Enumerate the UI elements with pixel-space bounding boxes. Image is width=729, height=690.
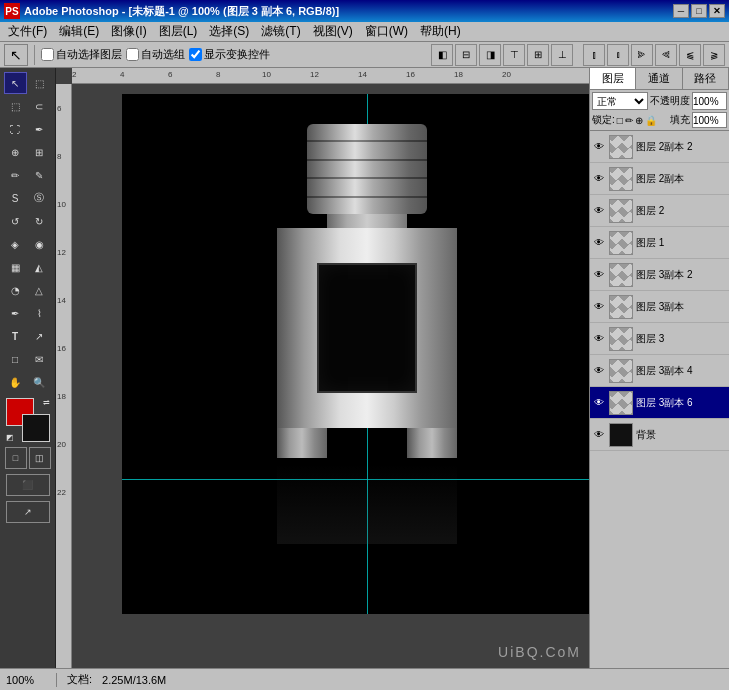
eye-icon[interactable]: 👁: [592, 140, 606, 154]
auto-select-group-option[interactable]: 自动选组: [126, 47, 185, 62]
auto-select-group-checkbox[interactable]: [126, 48, 139, 61]
tool-row-move: ↖ ⬚: [4, 72, 52, 94]
eye-icon[interactable]: 👁: [592, 204, 606, 218]
menu-filter[interactable]: 滤镜(T): [255, 21, 306, 42]
lock-move-icon[interactable]: ⊕: [635, 115, 643, 126]
tab-channels[interactable]: 通道: [636, 68, 682, 89]
tab-layers[interactable]: 图层: [590, 68, 636, 89]
crop-tool[interactable]: ⛶: [4, 118, 27, 140]
minimize-button[interactable]: ─: [673, 4, 689, 18]
status-bar: 100% 文档: 2.25M/13.6M: [0, 668, 729, 690]
distribute-6-icon[interactable]: ⫺: [703, 44, 725, 66]
lock-all-icon[interactable]: 🔒: [645, 115, 657, 126]
distribute-3-icon[interactable]: ⫸: [631, 44, 653, 66]
pencil-tool[interactable]: ✎: [28, 164, 51, 186]
eye-icon[interactable]: 👁: [592, 172, 606, 186]
fill-input[interactable]: [692, 112, 727, 128]
distribute-4-icon[interactable]: ⫷: [655, 44, 677, 66]
auto-select-layer-option[interactable]: 自动选择图层: [41, 47, 122, 62]
menu-file[interactable]: 文件(F): [2, 21, 53, 42]
list-item[interactable]: 👁 图层 3: [590, 323, 729, 355]
menu-select[interactable]: 选择(S): [203, 21, 255, 42]
menu-view[interactable]: 视图(V): [307, 21, 359, 42]
history-brush[interactable]: ↺: [4, 210, 27, 232]
freeform-pen[interactable]: ⌇: [28, 302, 51, 324]
distribute-5-icon[interactable]: ⫹: [679, 44, 701, 66]
pen-tool[interactable]: ✒: [4, 302, 27, 324]
tool-row-history: ↺ ↻: [4, 210, 52, 232]
notes-tool[interactable]: ✉: [28, 348, 51, 370]
eyedropper-tool[interactable]: ✒: [28, 118, 51, 140]
align-right-icon[interactable]: ◨: [479, 44, 501, 66]
menu-edit[interactable]: 编辑(E): [53, 21, 105, 42]
list-item[interactable]: 👁 图层 3副本 2: [590, 259, 729, 291]
type-tool[interactable]: T: [4, 325, 27, 347]
swap-colors-icon[interactable]: ⇌: [43, 398, 50, 407]
blend-mode-select[interactable]: 正常: [592, 92, 648, 110]
zoom-tool[interactable]: 🔍: [28, 371, 51, 393]
lasso-tool[interactable]: ⊂: [28, 95, 51, 117]
eye-icon[interactable]: 👁: [592, 364, 606, 378]
show-transform-option[interactable]: 显示变换控件: [189, 47, 270, 62]
canvas-area[interactable]: 2 4 6 8 10 12 14 16 18 20 6 8 10 12 14 1…: [56, 68, 589, 668]
tab-paths[interactable]: 路径: [683, 68, 729, 89]
eye-icon[interactable]: 👁: [592, 428, 606, 442]
eye-icon[interactable]: 👁: [592, 396, 606, 410]
pattern-stamp[interactable]: Ⓢ: [28, 187, 51, 209]
align-center-icon[interactable]: ⊟: [455, 44, 477, 66]
eye-icon[interactable]: 👁: [592, 332, 606, 346]
lock-paint-icon[interactable]: ✏: [625, 115, 633, 126]
move-tool[interactable]: ↖: [4, 72, 27, 94]
eraser-tool[interactable]: ◈: [4, 233, 27, 255]
distribute-2-icon[interactable]: ⫾: [607, 44, 629, 66]
move-tool-button[interactable]: ↖: [4, 44, 28, 66]
list-item-active[interactable]: 👁 图层 3副本 6: [590, 387, 729, 419]
list-item[interactable]: 👁 图层 1: [590, 227, 729, 259]
list-item-background[interactable]: 👁 背景: [590, 419, 729, 451]
list-item[interactable]: 👁 图层 2: [590, 195, 729, 227]
healing-tool[interactable]: ⊕: [4, 141, 27, 163]
hand-tool[interactable]: ✋: [4, 371, 27, 393]
blur-tool[interactable]: ◔: [4, 279, 27, 301]
align-middle-icon[interactable]: ⊞: [527, 44, 549, 66]
opacity-input[interactable]: [692, 92, 727, 110]
lock-transparent-icon[interactable]: □: [617, 115, 623, 126]
standard-mode[interactable]: □: [5, 447, 27, 469]
artboard-tool[interactable]: ⬚: [28, 72, 51, 94]
reset-colors-icon[interactable]: ◩: [6, 433, 14, 442]
screen-mode[interactable]: ⬛: [6, 474, 50, 496]
paint-bucket[interactable]: ◭: [28, 256, 51, 278]
menu-image[interactable]: 图像(I): [105, 21, 152, 42]
marquee-tool[interactable]: ⬚: [4, 95, 27, 117]
brush-tool[interactable]: ✏: [4, 164, 27, 186]
magic-eraser[interactable]: ◉: [28, 233, 51, 255]
menu-help[interactable]: 帮助(H): [414, 21, 467, 42]
menu-layer[interactable]: 图层(L): [153, 21, 204, 42]
art-history[interactable]: ↻: [28, 210, 51, 232]
eye-icon[interactable]: 👁: [592, 236, 606, 250]
maximize-button[interactable]: □: [691, 4, 707, 18]
close-button[interactable]: ✕: [709, 4, 725, 18]
path-select[interactable]: ↗: [28, 325, 51, 347]
list-item[interactable]: 👁 图层 3副本: [590, 291, 729, 323]
menu-window[interactable]: 窗口(W): [359, 21, 414, 42]
gradient-tool[interactable]: ▦: [4, 256, 27, 278]
auto-select-layer-checkbox[interactable]: [41, 48, 54, 61]
background-color[interactable]: [22, 414, 50, 442]
show-transform-checkbox[interactable]: [189, 48, 202, 61]
shape-tool[interactable]: □: [4, 348, 27, 370]
jump-to-imageready[interactable]: ↗: [6, 501, 50, 523]
clone-stamp[interactable]: S: [4, 187, 27, 209]
distribute-1-icon[interactable]: ⫿: [583, 44, 605, 66]
list-item[interactable]: 👁 图层 2副本: [590, 163, 729, 195]
sharpen-tool[interactable]: △: [28, 279, 51, 301]
eye-icon[interactable]: 👁: [592, 300, 606, 314]
patch-tool[interactable]: ⊞: [28, 141, 51, 163]
align-bottom-icon[interactable]: ⊥: [551, 44, 573, 66]
align-top-icon[interactable]: ⊤: [503, 44, 525, 66]
list-item[interactable]: 👁 图层 3副本 4: [590, 355, 729, 387]
eye-icon[interactable]: 👁: [592, 268, 606, 282]
list-item[interactable]: 👁 图层 2副本 2: [590, 131, 729, 163]
quickmask-mode[interactable]: ◫: [29, 447, 51, 469]
align-left-icon[interactable]: ◧: [431, 44, 453, 66]
